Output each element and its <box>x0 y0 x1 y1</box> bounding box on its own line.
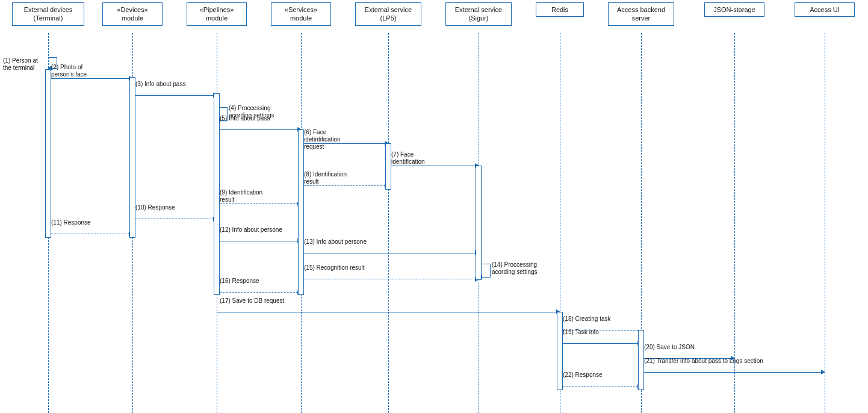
activation-access-backend <box>638 330 644 390</box>
arrow-label: (5) Info about pass <box>220 115 270 122</box>
lifeline-header-ext-lp5: External service (LP5) <box>355 2 421 26</box>
arrow-label: (2) Photo of person's face <box>51 64 87 78</box>
arrow <box>217 203 301 204</box>
activation-pipelines-module <box>214 93 220 295</box>
arrow-label: (18) Creating task <box>563 315 610 323</box>
activation-ext-sigur <box>476 166 482 280</box>
arrow <box>217 292 301 293</box>
arrow-label: (8) Identification result <box>304 171 347 185</box>
arrow <box>217 241 301 241</box>
lifeline-header-redis: Redis <box>536 2 584 17</box>
activation-services-module <box>298 129 304 295</box>
arrow-label: (15) Recognition result <box>304 264 365 272</box>
arrow <box>388 166 479 166</box>
arrow-label: (19) Task info <box>563 329 599 336</box>
lifeline-header-services-module: «Services» module <box>271 2 331 26</box>
arrow <box>132 95 217 96</box>
lifeline-header-access-backend: Access backend server <box>608 2 674 26</box>
sequence-diagram: External devices (Terminal)«Devices» mod… <box>0 0 868 413</box>
arrow <box>641 372 825 373</box>
arrow-label: (6) Face idetintification request <box>304 129 341 151</box>
arrow-label: (12) Info about persone <box>220 226 282 234</box>
activation-redis <box>557 312 563 390</box>
lifeline-header-access-ui: Access UI <box>795 2 855 17</box>
arrow <box>301 185 388 186</box>
arrow <box>48 78 132 79</box>
arrow <box>217 129 301 130</box>
arrow <box>217 312 560 312</box>
arrow-label: (16) Response <box>220 278 259 285</box>
activation-ext-lp5 <box>385 143 391 190</box>
lifeline-header-json-storage: JSON-storage <box>704 2 764 17</box>
lifeline-header-ext-devices: External devices (Terminal) <box>12 2 84 26</box>
arrow <box>48 234 132 234</box>
arrow-label: (13) Info about persone <box>304 238 367 246</box>
lifeline-header-ext-sigur: External service (Sigur) <box>445 2 512 26</box>
arrow-label: (11) Response <box>51 219 91 226</box>
arrow-label-1: (1) Person at the terminal <box>3 57 38 72</box>
lifeline-header-pipelines-module: «Pipelines» module <box>187 2 247 26</box>
arrow-label: (3) Info about pass <box>135 81 185 88</box>
arrow-label-14: (14) Proccessing acording settings <box>492 261 538 276</box>
lifeline-line-ext-lp5 <box>388 33 389 413</box>
arrow-label: (22) Response <box>563 371 603 379</box>
arrow <box>301 253 479 253</box>
arrow <box>132 219 217 219</box>
arrow-label: (7) Face identification <box>391 151 425 166</box>
activation-devices-module <box>129 77 135 238</box>
arrow-label: (21) Transfer info about pass to Logs se… <box>644 358 763 365</box>
arrow <box>560 386 641 387</box>
arrow-label: (17) Save to DB request <box>220 297 284 305</box>
arrow-label: (10) Response <box>135 204 175 211</box>
arrow <box>301 279 479 279</box>
arrow-label: (20) Save to JSON <box>644 344 695 351</box>
arrow-label: (9) Identification result <box>220 189 262 203</box>
activation-ext-devices <box>45 69 51 238</box>
lifeline-header-devices-module: «Devices» module <box>102 2 163 26</box>
arrow <box>560 343 641 344</box>
lifeline-line-access-ui <box>825 33 825 413</box>
